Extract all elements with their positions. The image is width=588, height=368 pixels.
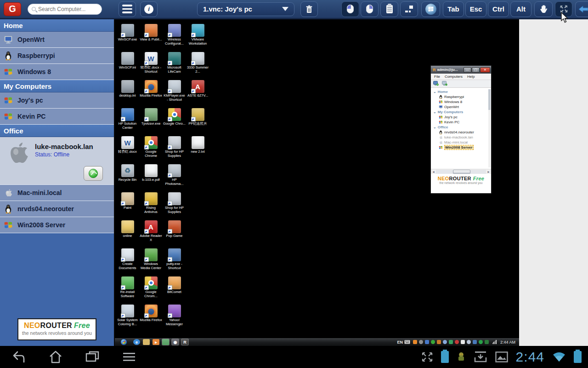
desktop-icon-adobe-reader-x[interactable]: A Adobe Reader X xyxy=(139,220,163,248)
tray-icon-10[interactable] xyxy=(467,340,471,344)
desktop-icon-rising-antivirus[interactable]: Rising Antivirus xyxy=(139,192,163,220)
key-ctrl-button[interactable]: Ctrl xyxy=(488,1,509,17)
tree-group-my-computers[interactable]: ⌄ My Computers xyxy=(431,109,491,115)
desktop-icon-hp-solution-center[interactable]: HP Solution Center xyxy=(116,108,139,136)
search-input[interactable] xyxy=(38,6,93,12)
tree-item-windows-8[interactable]: Windows 8 xyxy=(431,99,491,104)
desktop-icon-paint[interactable]: Paint xyxy=(116,192,139,220)
connect-computer-icon[interactable] xyxy=(442,81,447,87)
sidebar-item-kevin-pc[interactable]: Kevin PC xyxy=(0,109,114,125)
desktop-icon-aste-6z7v[interactable]: A ASTE 6Z7V... xyxy=(186,80,209,108)
desktop-icon-putty-exe-shortcut[interactable]: putty.exe - Shortcut xyxy=(163,248,186,276)
right-click-button[interactable] xyxy=(361,1,379,17)
sidebar-item-nrvds04-neorouter[interactable]: nrvds04.neorouter xyxy=(0,201,114,217)
menu-help[interactable]: Help xyxy=(467,75,475,79)
menu-button[interactable] xyxy=(119,1,136,17)
tray-icon-11[interactable] xyxy=(473,340,477,344)
tray-icon-12[interactable] xyxy=(479,340,483,344)
desktop-icon-vmware-workstation[interactable]: VMware Workstation xyxy=(186,24,209,52)
scroll-right-icon[interactable]: ▸ xyxy=(486,170,491,174)
desktop-icon-3330-summer-2[interactable]: 3330 Summer 2... xyxy=(186,52,209,80)
desktop-icon-google-chrom[interactable]: Google Chrom... xyxy=(139,276,163,305)
desktop-icon-desktop-ini[interactable]: desktop.ini xyxy=(116,80,139,108)
recents-button[interactable] xyxy=(85,349,100,365)
desktop-icon-microsoft-lifecam[interactable]: Microsoft LifeCam xyxy=(163,52,186,80)
tray-icon-13[interactable] xyxy=(485,340,489,344)
desktop-icon-recycle-bin[interactable]: ♻ Recycle Bin xyxy=(116,164,139,192)
session-dropdown[interactable]: 1.vnc: Joy's pc xyxy=(197,2,294,16)
left-click-button[interactable] xyxy=(341,1,359,17)
desktop-icon-shop-for-hp-supplies[interactable]: Shop for HP Supplies xyxy=(163,136,186,164)
desktop-icon-view-publi[interactable]: View & Publi... xyxy=(139,24,163,52)
tray-icon-4[interactable] xyxy=(431,340,435,344)
wake-connect-button[interactable] xyxy=(84,166,103,181)
desktop-icon-google-chrome[interactable]: Google Chrome xyxy=(139,136,163,164)
desktop-icon-online[interactable]: online xyxy=(116,220,139,248)
vertical-scrollbar[interactable] xyxy=(488,89,491,167)
info-button[interactable]: i xyxy=(140,1,158,17)
tray-icon-1[interactable] xyxy=(413,340,417,344)
clipboard-button[interactable] xyxy=(380,1,398,17)
desktop-icon-yahoo-messenger[interactable]: Yahoo! Messenger xyxy=(163,305,186,333)
taskbar-wmp-button[interactable]: ▸ xyxy=(153,339,159,345)
tree-group-office[interactable]: ⌄ Office xyxy=(431,125,491,130)
scroll-left-icon[interactable]: ◂ xyxy=(431,170,436,174)
taskbar-neo-button[interactable]: R xyxy=(181,339,188,345)
sidebar-item-windows-8[interactable]: Windows 8 xyxy=(0,64,114,80)
tree-item-raspberrypi[interactable]: Raspberrypi xyxy=(431,94,491,99)
tray-icon-3[interactable] xyxy=(425,340,429,344)
desktop-icon-mozilla-firefox[interactable]: Mozilla Firefox xyxy=(139,305,163,333)
desktop-icon-pop-game[interactable]: Pop Game xyxy=(163,220,186,248)
sidebar-item-raspberrypi[interactable]: Raspberrypi xyxy=(0,48,114,64)
android-clock[interactable]: 2:44 xyxy=(516,349,544,365)
neorouter-client-window[interactable]: R admin@ju... — ▢ ✕ File Computers Help … xyxy=(430,65,492,194)
search-box[interactable] xyxy=(28,4,102,15)
add-computer-icon[interactable] xyxy=(433,81,439,87)
desktop-icon-mozilla-firefox[interactable]: Mozilla Firefox xyxy=(139,80,163,108)
desktop-icon-new-2-txt[interactable]: new 2.txt xyxy=(186,136,209,164)
windows-taskbar[interactable]: e▸◉R EN 2:44 AM xyxy=(115,338,519,346)
minimize-button[interactable]: — xyxy=(464,67,471,73)
hide-toolbar-button[interactable] xyxy=(575,1,588,17)
download-tray-icon[interactable] xyxy=(474,351,487,363)
tray-icon-8[interactable] xyxy=(455,340,459,344)
keyboard-icon[interactable] xyxy=(404,340,410,344)
key-alt-button[interactable]: Alt xyxy=(510,1,531,17)
tray-icon-7[interactable] xyxy=(449,340,453,344)
tree-item-openwrt[interactable]: OpenWrt xyxy=(431,104,491,109)
taskbar-ie-button[interactable]: e xyxy=(133,339,140,345)
sidebar-item-win2008-server[interactable]: Win2008 Server xyxy=(0,217,114,233)
desktop-icon-winscp-exe[interactable]: WinSCP.exe xyxy=(116,24,139,52)
desktop-icon-b-103-e-pdf[interactable]: b-103-e.pdf xyxy=(139,164,163,192)
desktop-icon-create-documents[interactable]: Create Documents xyxy=(116,248,139,276)
menu-button-android[interactable] xyxy=(121,349,137,365)
gallery-icon[interactable] xyxy=(495,351,508,362)
network-signal-icon[interactable] xyxy=(492,340,497,344)
maximize-button[interactable]: ▢ xyxy=(472,67,480,73)
fullscreen-button[interactable] xyxy=(555,1,572,17)
desktop-icon-hp-photosma[interactable]: HP Photosma... xyxy=(163,164,186,192)
desktop-icon-solar-system-coloring-b[interactable]: Solar System Coloring B... xyxy=(116,305,139,333)
tree-item-nrvds04-neorouter[interactable]: nrvds04.neorouter xyxy=(431,130,491,135)
language-indicator[interactable]: EN xyxy=(397,340,403,345)
tree-item-mac-mini-local[interactable]: Mac-mini.local xyxy=(431,140,491,145)
screen-layout-button[interactable] xyxy=(400,1,418,17)
tree-group-home[interactable]: ⌄ Home xyxy=(431,89,491,94)
pan-button[interactable] xyxy=(534,1,553,17)
back-button[interactable] xyxy=(11,349,27,365)
key-tab-button[interactable]: Tab xyxy=(443,1,464,17)
close-button[interactable]: ✕ xyxy=(480,67,490,73)
sidebar-item-openwrt[interactable]: OpenWrt xyxy=(0,32,114,48)
desktop-icon-re-install-software[interactable]: Re-install Software xyxy=(116,276,139,305)
desktop-icon-bitcomet[interactable]: BitComet xyxy=(163,276,186,305)
key-esc-button[interactable]: Esc xyxy=(465,1,486,17)
tray-icon-6[interactable] xyxy=(443,340,447,344)
taskbar-hp-button[interactable] xyxy=(162,339,169,345)
desktop-icon-pp[interactable]: PP纪念照片 xyxy=(186,108,209,136)
tray-icon-2[interactable] xyxy=(419,340,423,344)
sidebar-item-joy-s-pc[interactable]: Joy's pc xyxy=(0,92,114,109)
desktop-icon-winscp-ini[interactable]: WinSCP.ini xyxy=(116,52,139,80)
taskbar-folder-button[interactable] xyxy=(143,339,150,345)
desktop-icon-google-chro[interactable]: Google Chro... xyxy=(163,108,186,136)
menu-file[interactable]: File xyxy=(434,75,440,79)
